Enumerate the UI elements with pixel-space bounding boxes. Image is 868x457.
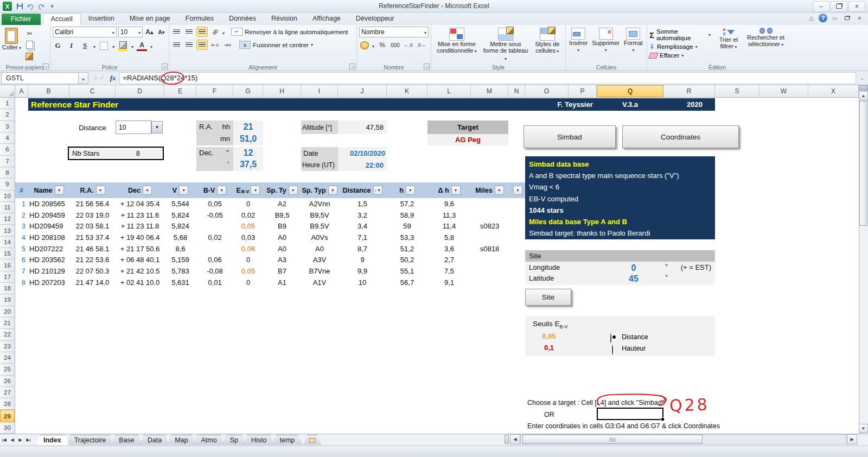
ribbon-tab[interactable]: Accueil <box>43 13 81 25</box>
distance-dropdown[interactable]: 10 ▼ <box>116 121 163 134</box>
row-header[interactable]: 9 <box>0 179 15 190</box>
active-cell[interactable] <box>597 408 663 420</box>
column-header[interactable]: D <box>116 85 164 97</box>
row-header[interactable]: 24 <box>0 352 15 364</box>
merge-center-button[interactable]: a Fusionner et centrer <box>239 41 313 49</box>
name-box-dropdown-icon[interactable] <box>79 72 88 84</box>
insert-sheet-tab[interactable] <box>303 435 321 445</box>
column-header[interactable]: N <box>508 85 525 97</box>
latitude-value[interactable]: 45 <box>620 274 647 284</box>
table-row[interactable]: 4 HD 208108 21 53 37.4 + 19 40 06.4 5,68… <box>15 232 525 243</box>
row-header[interactable]: 12 <box>0 213 15 225</box>
scroll-left-icon[interactable]: ◀ <box>510 434 520 445</box>
table-row[interactable]: 1 HD 208565 21 56 56.4 + 12 04 35.4 5,54… <box>15 198 525 210</box>
column-header[interactable]: Q <box>597 85 663 97</box>
column-header[interactable]: M <box>471 85 508 97</box>
horizontal-scrollbar[interactable]: ◀ ▶ <box>505 434 857 445</box>
filter-dropdown-icon[interactable]: ▼ <box>143 186 152 195</box>
decrease-decimal-icon[interactable]: ,0→ <box>416 41 426 50</box>
distance-dropdown-icon[interactable]: ▼ <box>151 121 163 134</box>
increase-decimal-icon[interactable]: ←,0 <box>403 41 413 50</box>
column-header[interactable]: R <box>663 85 715 97</box>
restore-button[interactable] <box>831 1 847 12</box>
row-header[interactable]: 20 <box>0 306 15 318</box>
next-sheet-icon[interactable]: ▶ <box>16 436 24 445</box>
wrap-text-button[interactable]: ↩ Renvoyer à la ligne automatiquement <box>231 28 348 36</box>
clear-button[interactable]: Effacer <box>649 52 711 59</box>
italic-button[interactable]: I <box>66 41 76 50</box>
filter-dropdown-icon[interactable]: ▼ <box>179 186 188 195</box>
borders-dropdown-icon[interactable] <box>112 41 114 50</box>
row-header[interactable]: 4 <box>0 132 15 144</box>
filter-dropdown-icon[interactable]: ▼ <box>328 186 337 195</box>
column-header[interactable]: J <box>338 85 387 97</box>
table-row[interactable]: 6 HD 203562 21 22 53.6 + 06 48 40.1 5,15… <box>15 254 525 265</box>
sheet-tab[interactable]: Data <box>140 435 169 445</box>
cancel-icon[interactable]: × <box>94 75 97 81</box>
dec-value-block[interactable]: 12 37,5 <box>233 147 263 171</box>
column-header[interactable]: H <box>263 85 301 97</box>
column-header[interactable]: G <box>233 85 263 97</box>
fill-color-dropdown-icon[interactable] <box>131 41 133 50</box>
scroll-down-icon[interactable]: ▼ <box>859 424 868 433</box>
percent-style-button[interactable]: % <box>377 41 387 50</box>
alignment-dialog-launcher[interactable]: ↘ <box>349 64 355 69</box>
filter-dropdown-icon[interactable]: ▼ <box>513 186 522 195</box>
formula-input[interactable]: =RADIANS(Q28*24*15) <box>119 72 857 84</box>
workbook-close-icon[interactable]: ✕ <box>854 14 865 22</box>
row-header[interactable]: 3 <box>0 121 15 132</box>
column-header[interactable]: I <box>301 85 338 97</box>
row-header[interactable]: 27 <box>0 387 15 398</box>
fill-color-button[interactable] <box>118 40 128 51</box>
ribbon-tab[interactable]: Formules <box>178 13 221 25</box>
row-header[interactable]: 29 <box>0 410 15 422</box>
filter-dropdown-icon[interactable]: ▼ <box>451 186 461 195</box>
last-sheet-icon[interactable]: ▶| <box>24 436 33 445</box>
row-header[interactable]: 15 <box>0 248 15 259</box>
align-center-icon[interactable] <box>184 40 194 49</box>
row-header[interactable]: 30 <box>0 422 15 434</box>
longitude-value[interactable]: 0 <box>620 263 647 273</box>
prev-sheet-icon[interactable]: ◀ <box>8 436 16 445</box>
format-painter-button[interactable] <box>24 52 35 61</box>
hscroll-thumb[interactable] <box>522 435 703 444</box>
scroll-up-icon[interactable]: ▲ <box>859 91 868 100</box>
bold-button[interactable]: G <box>53 41 63 50</box>
row-header[interactable]: 17 <box>0 271 15 283</box>
column-header[interactable]: B <box>28 85 69 97</box>
filter-dropdown-icon[interactable]: ▼ <box>217 186 226 195</box>
align-right-icon[interactable] <box>196 40 208 50</box>
conditional-formatting-button[interactable]: Mise en forme conditionnelle <box>436 28 478 55</box>
tab-split-handle[interactable] <box>505 435 509 444</box>
minimize-button[interactable]: – <box>813 1 829 12</box>
hscroll-track[interactable] <box>520 434 847 445</box>
row-header[interactable]: 2 <box>0 109 15 120</box>
font-color-button[interactable]: A <box>137 40 147 51</box>
format-as-table-button[interactable]: Mettre sous forme de tableau <box>483 28 528 62</box>
column-header[interactable]: S <box>715 85 760 97</box>
insert-function-icon[interactable]: fx <box>110 74 116 82</box>
ribbon-tab[interactable]: Données <box>221 13 264 25</box>
sheet-tab[interactable]: Map <box>167 435 195 445</box>
cut-button[interactable]: ✂ <box>24 29 35 38</box>
filter-dropdown-icon[interactable]: ▼ <box>373 186 382 195</box>
column-header[interactable]: L <box>427 85 471 97</box>
orientation-dropdown-icon[interactable] <box>222 27 225 37</box>
site-button[interactable]: Site <box>525 289 571 306</box>
underline-button[interactable]: S <box>80 41 90 50</box>
ribbon-tab[interactable]: Affichage <box>305 13 348 25</box>
row-header[interactable]: 19 <box>0 294 15 306</box>
paste-button[interactable]: Coller <box>2 28 21 52</box>
font-dialog-launcher[interactable]: ↘ <box>162 64 168 69</box>
select-all-corner[interactable] <box>0 85 15 98</box>
row-header[interactable]: 14 <box>0 237 15 248</box>
hauteur-radio[interactable] <box>612 345 613 355</box>
font-name-select[interactable]: Calibri <box>53 27 117 37</box>
column-header[interactable]: P <box>569 85 597 97</box>
align-middle-icon[interactable] <box>184 27 194 36</box>
workbook-minimize-icon[interactable]: ▭ <box>829 14 840 22</box>
align-left-icon[interactable] <box>171 40 182 49</box>
distance-radio[interactable] <box>610 333 611 344</box>
column-header[interactable]: E <box>164 85 196 97</box>
filter-dropdown-icon[interactable]: ▼ <box>495 186 504 195</box>
